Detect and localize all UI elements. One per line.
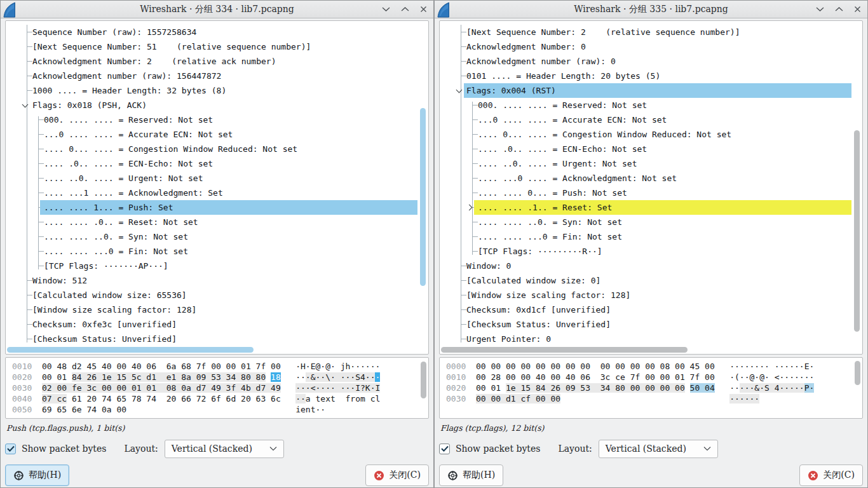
tree-row[interactable]: [Checksum Status: Unverified] bbox=[6, 332, 417, 346]
ascii-char[interactable]: e bbox=[301, 405, 306, 414]
tree-vertical-scrollbar-thumb[interactable] bbox=[420, 108, 426, 286]
ascii-char[interactable]: a bbox=[306, 394, 311, 403]
hex-byte[interactable]: 3c bbox=[600, 372, 611, 382]
ascii-char[interactable]: · bbox=[301, 394, 306, 403]
hex-byte[interactable]: 00 bbox=[42, 362, 52, 371]
hex-vertical-scrollbar-thumb[interactable] bbox=[855, 361, 860, 385]
layout-select[interactable]: Vertical (Stacked) bbox=[599, 440, 718, 458]
minimize-button[interactable] bbox=[816, 6, 824, 12]
tree-row[interactable]: [Window size scaling factor: 128] bbox=[6, 302, 417, 317]
hex-byte[interactable]: 3f bbox=[226, 383, 236, 393]
ascii-char[interactable]: · bbox=[809, 383, 814, 393]
hex-byte[interactable]: 01 bbox=[146, 383, 156, 393]
hex-byte[interactable]: 65 bbox=[116, 394, 126, 403]
tree-row[interactable]: 000. .... .... = Reserved: Not set bbox=[440, 98, 851, 112]
ascii-char[interactable]: I bbox=[355, 383, 360, 393]
hex-byte[interactable]: 3c bbox=[86, 383, 97, 393]
ascii-char[interactable]: & bbox=[311, 372, 316, 382]
ascii-char[interactable]: & bbox=[754, 383, 759, 393]
hex-byte[interactable]: d1 bbox=[146, 372, 156, 382]
tree-horizontal-scrollbar-thumb[interactable] bbox=[441, 347, 688, 353]
close-window-button[interactable] bbox=[420, 6, 427, 13]
hex-byte[interactable]: 00 bbox=[660, 383, 670, 393]
show-packet-bytes-checkbox[interactable] bbox=[439, 444, 450, 454]
hex-byte[interactable]: 00 bbox=[675, 362, 685, 371]
ascii-char[interactable]: m bbox=[360, 394, 365, 403]
hex-byte[interactable]: 00 bbox=[211, 362, 221, 371]
ascii-char[interactable]: · bbox=[320, 383, 325, 393]
tree-row[interactable]: [Next Sequence Number: 51 (relative sequ… bbox=[6, 39, 417, 54]
hex-byte[interactable]: 15 bbox=[116, 372, 126, 382]
hex-byte[interactable]: 50 bbox=[690, 383, 700, 393]
hex-byte[interactable]: 06 bbox=[146, 362, 156, 371]
ascii-char[interactable]: · bbox=[729, 362, 735, 371]
hex-byte[interactable]: 07 bbox=[42, 394, 52, 403]
hex-byte[interactable]: 00 bbox=[630, 362, 641, 371]
ascii-char[interactable]: · bbox=[740, 383, 745, 393]
hex-byte[interactable]: 4b bbox=[241, 383, 251, 393]
hex-byte[interactable]: 00 bbox=[491, 394, 501, 403]
hex-byte[interactable]: 00 bbox=[506, 362, 516, 371]
ascii-char[interactable]: · bbox=[740, 394, 745, 403]
ascii-char[interactable]: o bbox=[355, 394, 360, 403]
hex-byte[interactable]: 00 bbox=[550, 394, 560, 403]
ascii-char[interactable]: \ bbox=[325, 372, 330, 382]
ascii-char[interactable]: · bbox=[764, 372, 770, 382]
hex-byte[interactable]: 01 bbox=[675, 372, 685, 382]
ascii-char[interactable]: · bbox=[740, 362, 745, 371]
ascii-char[interactable]: · bbox=[799, 383, 804, 393]
tree-row[interactable]: ...0 .... .... = Accurate ECN: Not set bbox=[440, 112, 851, 127]
ascii-char[interactable]: @ bbox=[325, 362, 330, 371]
ascii-char[interactable]: · bbox=[330, 383, 336, 393]
hex-byte[interactable]: 00 bbox=[600, 362, 611, 371]
hex-byte[interactable]: 68 bbox=[181, 362, 191, 371]
ascii-char[interactable]: · bbox=[789, 362, 794, 371]
hex-byte[interactable]: 00 bbox=[520, 362, 531, 371]
ascii-char[interactable]: · bbox=[809, 362, 814, 371]
ascii-char[interactable]: · bbox=[365, 372, 370, 382]
help-button[interactable]: 帮助(H) bbox=[439, 464, 503, 486]
ascii-char[interactable]: S bbox=[355, 372, 360, 382]
tree-row[interactable]: [Calculated window size: 65536] bbox=[6, 288, 417, 302]
hex-byte[interactable]: 34 bbox=[226, 372, 236, 382]
tree-row[interactable]: .... .... .1.. = Reset: Set bbox=[440, 200, 851, 215]
tree-row[interactable]: [TCP Flags: ·········R··] bbox=[440, 244, 851, 259]
ascii-char[interactable]: · bbox=[735, 383, 740, 393]
ascii-char[interactable]: n bbox=[306, 405, 311, 414]
titlebar[interactable]: Wireshark · 分组 335 · lib7.pcapng bbox=[435, 1, 867, 18]
hex-byte[interactable]: 61 bbox=[72, 394, 82, 403]
ascii-char[interactable]: · bbox=[295, 383, 301, 393]
ascii-char[interactable]: S bbox=[764, 383, 770, 393]
hex-byte[interactable]: 72 bbox=[196, 394, 207, 403]
ascii-char[interactable]: · bbox=[784, 372, 789, 382]
ascii-char[interactable]: 4 bbox=[360, 372, 365, 382]
hex-byte[interactable]: 02 bbox=[42, 383, 52, 393]
tree-vertical-scrollbar-thumb[interactable] bbox=[854, 130, 860, 332]
ascii-char[interactable]: · bbox=[330, 362, 336, 371]
tree-row[interactable]: .... .... 0... = Push: Not set bbox=[440, 186, 851, 200]
tree-row[interactable]: Window: 512 bbox=[6, 273, 417, 288]
ascii-char[interactable]: · bbox=[301, 383, 306, 393]
ascii-char[interactable] bbox=[365, 394, 370, 403]
hex-byte[interactable]: 00 bbox=[705, 372, 715, 382]
tree-row[interactable]: .... .... .0.. = Reset: Not set bbox=[6, 215, 417, 229]
tree-row[interactable]: Acknowledgment Number: 2 (relative ack n… bbox=[6, 54, 417, 69]
hex-byte[interactable]: 08 bbox=[660, 362, 670, 371]
ascii-char[interactable]: < bbox=[311, 383, 316, 393]
hex-byte[interactable]: 00 bbox=[580, 362, 590, 371]
ascii-char[interactable]: · bbox=[759, 383, 764, 393]
maximize-button[interactable] bbox=[401, 6, 409, 12]
hex-byte[interactable]: 7f bbox=[196, 362, 207, 371]
tree-row[interactable]: [Checksum Status: Unverified] bbox=[440, 317, 851, 332]
tree-row[interactable]: .... .... ...0 = Fin: Not set bbox=[440, 229, 851, 244]
tree-row[interactable]: Checksum: 0xd1cf [unverified] bbox=[440, 302, 851, 317]
hex-byte[interactable]: 00 bbox=[536, 362, 546, 371]
hex-byte[interactable]: 69 bbox=[42, 405, 52, 414]
hex-byte[interactable]: 00 bbox=[116, 405, 126, 414]
tree-row[interactable]: 0101 .... = Header Length: 20 bytes (5) bbox=[440, 69, 851, 83]
tree-row[interactable]: Flags: 0x018 (PSH, ACK) bbox=[6, 98, 417, 112]
ascii-char[interactable]: · bbox=[320, 372, 325, 382]
ascii-char[interactable]: · bbox=[799, 372, 804, 382]
tree-row[interactable]: 000. .... .... = Reserved: Not set bbox=[6, 112, 417, 127]
ascii-char[interactable]: · bbox=[301, 372, 306, 382]
